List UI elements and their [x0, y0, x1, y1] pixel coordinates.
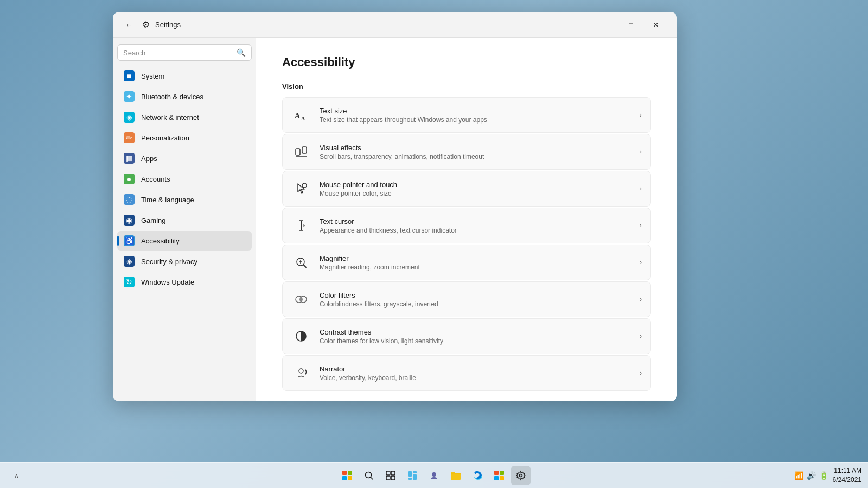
taskbar-edge-button[interactable]	[468, 466, 487, 485]
settings-item-color-filters[interactable]: Color filters Colorblindness filters, gr…	[282, 281, 651, 317]
svg-rect-31	[494, 476, 499, 480]
sidebar-item-label: Windows Update	[141, 278, 194, 286]
time-icon: ◌	[124, 194, 135, 205]
chevron-icon: ›	[640, 185, 642, 192]
minimize-button[interactable]: —	[593, 16, 618, 34]
taskbar-chat-button[interactable]	[424, 466, 444, 485]
narrator-icon	[291, 363, 311, 383]
magnifier-title: Magnifier	[320, 254, 631, 262]
sidebar-item-personalization[interactable]: ✏ Personalization	[117, 128, 252, 147]
sidebar-item-network[interactable]: ◈ Network & internet	[117, 107, 252, 127]
sidebar-item-update[interactable]: ↻ Windows Update	[117, 272, 252, 292]
sidebar-item-apps[interactable]: ▦ Apps	[117, 149, 252, 168]
chevron-icon: ›	[640, 259, 642, 266]
start-button[interactable]	[337, 466, 357, 485]
text-size-icon: A A	[291, 105, 311, 125]
chevron-icon: ›	[640, 296, 642, 303]
titlebar: ← ⚙ Settings — □ ✕	[113, 12, 677, 38]
search-input[interactable]	[123, 49, 232, 57]
sidebar-item-bluetooth[interactable]: ✦ Bluetooth & devices	[117, 87, 252, 106]
svg-rect-30	[500, 471, 504, 475]
color-filters-icon	[291, 290, 311, 309]
magnifier-desc: Magnifier reading, zoom increment	[320, 264, 631, 271]
maximize-button[interactable]: □	[618, 16, 643, 34]
visual-effects-text: Visual effects Scroll bars, transparency…	[320, 144, 631, 160]
settings-item-text-cursor[interactable]: b Text cursor Appearance and thickness, …	[282, 208, 651, 243]
back-button[interactable]: ←	[122, 17, 137, 33]
network-icon: ◈	[124, 112, 135, 123]
update-icon: ↻	[124, 277, 135, 287]
main-content: Accessibility Vision A A Text size Text …	[256, 38, 677, 401]
taskbar-settings-button[interactable]	[511, 466, 531, 485]
color-filters-desc: Colorblindness filters, grayscale, inver…	[320, 300, 631, 308]
close-button[interactable]: ✕	[643, 16, 668, 34]
taskbar-explorer-button[interactable]	[446, 466, 465, 485]
svg-point-5	[302, 183, 307, 188]
sidebar-item-accessibility[interactable]: ♿ Accessibility	[117, 231, 252, 251]
svg-line-19	[371, 477, 373, 479]
svg-rect-32	[500, 476, 504, 480]
sidebar-item-time[interactable]: ◌ Time & language	[117, 190, 252, 209]
settings-item-mouse-pointer[interactable]: Mouse pointer and touch Mouse pointer co…	[282, 171, 651, 207]
sidebar-item-label: Security & privacy	[141, 258, 197, 266]
chevron-icon: ›	[640, 111, 642, 119]
magnifier-text: Magnifier Magnifier reading, zoom increm…	[320, 254, 631, 271]
page-title: Accessibility	[282, 55, 651, 69]
sidebar-item-system[interactable]: ■ System	[117, 66, 252, 86]
visual-effects-title: Visual effects	[320, 144, 631, 152]
contrast-themes-desc: Color themes for low vision, light sensi…	[320, 337, 631, 345]
window-controls: — □ ✕	[593, 16, 668, 34]
text-size-text: Text size Text size that appears through…	[320, 107, 631, 124]
taskbar-taskview-button[interactable]	[381, 466, 400, 485]
svg-rect-3	[302, 147, 307, 153]
chevron-icon: ›	[640, 222, 642, 229]
sidebar-item-label: Bluetooth & devices	[141, 93, 203, 101]
svg-text:b: b	[303, 223, 305, 228]
settings-window: ← ⚙ Settings — □ ✕ 🔍 ■ System	[113, 12, 677, 401]
svg-rect-23	[391, 476, 395, 480]
sidebar-item-security[interactable]: ◈ Security & privacy	[117, 252, 252, 271]
system-tray: 📶 🔊 🔋	[794, 471, 828, 480]
settings-item-text-size[interactable]: A A Text size Text size that appears thr…	[282, 97, 651, 133]
security-icon: ◈	[124, 256, 135, 267]
taskbar-center	[337, 466, 531, 485]
sidebar-item-label: Time & language	[141, 196, 194, 204]
taskbar-chevron-button[interactable]: ∧	[7, 466, 26, 485]
visual-effects-desc: Scroll bars, transparency, animations, n…	[320, 153, 631, 160]
text-cursor-text: Text cursor Appearance and thickness, te…	[320, 217, 631, 234]
text-cursor-title: Text cursor	[320, 217, 631, 226]
svg-rect-25	[413, 474, 417, 480]
settings-item-visual-effects[interactable]: Visual effects Scroll bars, transparency…	[282, 134, 651, 170]
svg-text:A: A	[301, 115, 305, 121]
accounts-icon: ●	[124, 174, 135, 184]
window-body: 🔍 ■ System ✦ Bluetooth & devices ◈ Netwo…	[113, 38, 677, 401]
svg-point-33	[520, 474, 522, 477]
mouse-pointer-desc: Mouse pointer color, size	[320, 190, 631, 197]
section-vision-label: Vision	[282, 82, 651, 91]
taskbar-widgets-button[interactable]	[403, 466, 422, 485]
svg-point-17	[299, 369, 303, 373]
taskbar-store-button[interactable]	[489, 466, 509, 485]
sidebar-item-label: Gaming	[141, 216, 166, 224]
svg-point-28	[432, 472, 436, 477]
text-cursor-desc: Appearance and thickness, text cursor in…	[320, 227, 631, 234]
apps-icon: ▦	[124, 153, 135, 164]
svg-line-11	[303, 265, 306, 267]
narrator-text: Narrator Voice, verbosity, keyboard, bra…	[320, 365, 631, 382]
settings-item-magnifier[interactable]: Magnifier Magnifier reading, zoom increm…	[282, 245, 651, 280]
mouse-pointer-icon	[291, 179, 311, 198]
svg-rect-24	[408, 471, 412, 477]
search-box[interactable]: 🔍	[117, 44, 252, 61]
color-filters-title: Color filters	[320, 291, 631, 299]
sidebar-item-gaming[interactable]: ◉ Gaming	[117, 210, 252, 230]
chevron-icon: ›	[640, 332, 642, 340]
sidebar-item-accounts[interactable]: ● Accounts	[117, 169, 252, 189]
settings-item-narrator[interactable]: Narrator Voice, verbosity, keyboard, bra…	[282, 355, 651, 391]
mouse-pointer-text: Mouse pointer and touch Mouse pointer co…	[320, 181, 631, 197]
text-cursor-icon: b	[291, 216, 311, 235]
taskbar-search-button[interactable]	[359, 466, 379, 485]
battery-icon: 🔋	[819, 471, 828, 480]
sidebar-item-label: System	[141, 72, 164, 80]
taskbar-clock[interactable]: 11:11 AM 6/24/2021	[833, 466, 861, 485]
settings-item-contrast-themes[interactable]: Contrast themes Color themes for low vis…	[282, 318, 651, 354]
